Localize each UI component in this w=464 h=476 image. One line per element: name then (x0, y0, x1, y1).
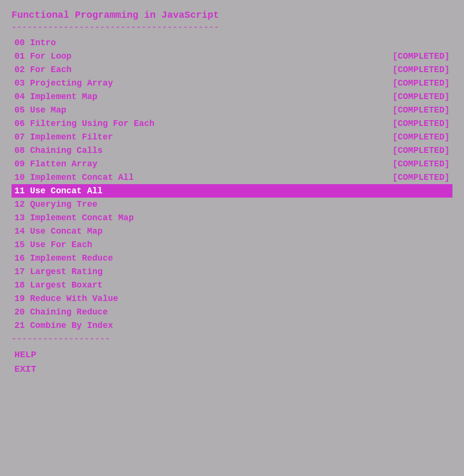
menu-item-11[interactable]: 11 Use Concat All (12, 184, 452, 198)
menu-item-label-17: 17 Largest Rating (14, 267, 450, 276)
menu-item-09[interactable]: 09 Flatten Array[COMPLETED] (12, 157, 452, 171)
completed-badge-01: [COMPLETED] (392, 51, 450, 61)
menu-item-14[interactable]: 14 Use Concat Map (12, 225, 452, 238)
menu-item-label-18: 18 Largest Boxart (14, 280, 450, 290)
menu-item-label-20: 20 Chaining Reduce (14, 307, 450, 317)
top-divider: ---------------------------------------- (12, 23, 452, 32)
menu-item-08[interactable]: 08 Chaining Calls[COMPLETED] (12, 144, 452, 157)
menu-item-18[interactable]: 18 Largest Boxart (12, 278, 452, 292)
help-button[interactable]: HELP (12, 348, 452, 362)
menu-item-01[interactable]: 01 For Loop[COMPLETED] (12, 50, 452, 63)
menu-item-00[interactable]: 00 Intro (12, 36, 452, 50)
app-container: Functional Programming in JavaScript ---… (12, 10, 452, 376)
completed-badge-09: [COMPLETED] (392, 159, 450, 169)
completed-badge-02: [COMPLETED] (392, 65, 450, 75)
menu-item-13[interactable]: 13 Implement Concat Map (12, 211, 452, 225)
menu-item-label-03: 03 Projecting Array (14, 78, 383, 88)
menu-item-19[interactable]: 19 Reduce With Value (12, 292, 452, 305)
menu-item-02[interactable]: 02 For Each[COMPLETED] (12, 63, 452, 76)
menu-item-label-15: 15 Use For Each (14, 240, 450, 250)
menu-item-04[interactable]: 04 Implement Map[COMPLETED] (12, 90, 452, 103)
menu-item-12[interactable]: 12 Querying Tree (12, 198, 452, 211)
menu-item-label-13: 13 Implement Concat Map (14, 213, 450, 223)
menu-item-17[interactable]: 17 Largest Rating (12, 265, 452, 278)
completed-badge-03: [COMPLETED] (392, 78, 450, 88)
menu-item-label-00: 00 Intro (14, 38, 450, 48)
menu-item-label-04: 04 Implement Map (14, 92, 383, 101)
menu-item-07[interactable]: 07 Implement Filter[COMPLETED] (12, 130, 452, 144)
menu-item-label-12: 12 Querying Tree (14, 200, 450, 209)
completed-badge-04: [COMPLETED] (392, 92, 450, 101)
menu-item-label-14: 14 Use Concat Map (14, 226, 450, 236)
menu-item-label-06: 06 Filtering Using For Each (14, 119, 383, 128)
exit-button[interactable]: EXIT (12, 362, 452, 376)
completed-badge-05: [COMPLETED] (392, 105, 450, 115)
menu-item-03[interactable]: 03 Projecting Array[COMPLETED] (12, 76, 452, 90)
bottom-divider: ------------------- (12, 334, 452, 344)
menu-item-15[interactable]: 15 Use For Each (12, 238, 452, 251)
menu-item-10[interactable]: 10 Implement Concat All[COMPLETED] (12, 171, 452, 184)
menu-item-label-19: 19 Reduce With Value (14, 294, 450, 303)
menu-item-05[interactable]: 05 Use Map[COMPLETED] (12, 103, 452, 117)
menu-item-label-07: 07 Implement Filter (14, 132, 383, 142)
completed-badge-06: [COMPLETED] (392, 119, 450, 128)
menu-item-label-09: 09 Flatten Array (14, 159, 383, 169)
menu-item-20[interactable]: 20 Chaining Reduce (12, 305, 452, 319)
menu-item-label-16: 16 Implement Reduce (14, 253, 450, 263)
menu-item-21[interactable]: 21 Combine By Index (12, 319, 452, 332)
menu-item-label-05: 05 Use Map (14, 105, 383, 115)
app-title: Functional Programming in JavaScript (12, 10, 452, 21)
menu-item-label-21: 21 Combine By Index (14, 321, 450, 330)
completed-badge-07: [COMPLETED] (392, 132, 450, 142)
menu-item-label-10: 10 Implement Concat All (14, 173, 383, 182)
menu-item-label-01: 01 For Loop (14, 51, 383, 61)
completed-badge-08: [COMPLETED] (392, 146, 450, 155)
completed-badge-10: [COMPLETED] (392, 173, 450, 182)
menu-item-label-08: 08 Chaining Calls (14, 146, 383, 155)
menu-item-06[interactable]: 06 Filtering Using For Each[COMPLETED] (12, 117, 452, 130)
menu-item-label-11: 11 Use Concat All (14, 186, 450, 196)
menu-list: 00 Intro01 For Loop[COMPLETED]02 For Eac… (12, 36, 452, 332)
menu-item-16[interactable]: 16 Implement Reduce (12, 251, 452, 265)
menu-item-label-02: 02 For Each (14, 65, 383, 75)
